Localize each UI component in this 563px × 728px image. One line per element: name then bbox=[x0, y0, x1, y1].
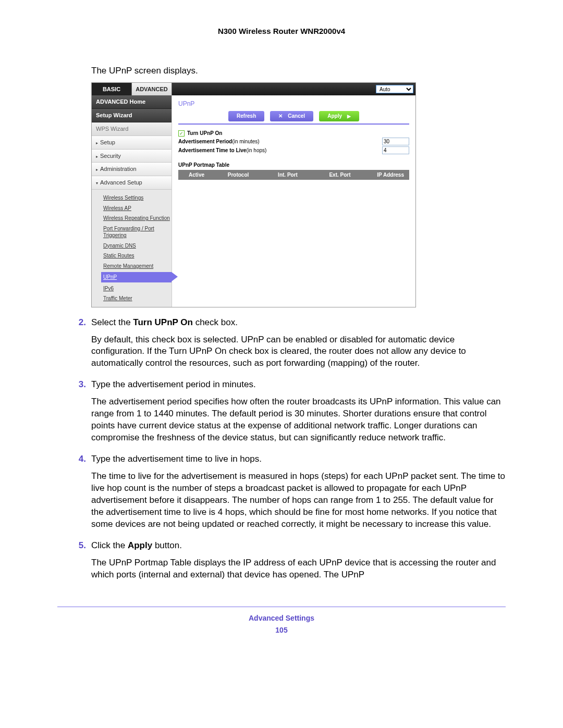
step-number: 2. bbox=[57, 317, 91, 375]
footer-page-number: 105 bbox=[57, 625, 506, 635]
adv-period-field[interactable] bbox=[382, 138, 409, 145]
chevron-right-icon: ▸ bbox=[96, 154, 98, 159]
step-2: 2. Select the Turn UPnP On check box. By… bbox=[57, 317, 506, 375]
submenu-traffic-meter[interactable]: Traffic Meter bbox=[103, 293, 172, 304]
adv-ttl-label: Advertisement Time to Live(in hops) bbox=[178, 147, 382, 154]
sidebar-wps-wizard[interactable]: WPS Wizard bbox=[92, 122, 172, 136]
sidebar-administration[interactable]: ▸Administration bbox=[92, 163, 172, 176]
footer-section-title: Advanced Settings bbox=[57, 613, 506, 623]
footer-rule bbox=[57, 607, 506, 607]
portmap-table-title: UPnP Portmap Table bbox=[178, 162, 409, 169]
submenu-remote-management[interactable]: Remote Management bbox=[103, 261, 172, 272]
step-3: 3. Type the advertisement period in minu… bbox=[57, 379, 506, 449]
turn-upnp-on-label: Turn UPnP On bbox=[187, 130, 409, 137]
sidebar: ADVANCED Home Setup Wizard WPS Wizard ▸S… bbox=[92, 95, 172, 306]
col-ip-address: IP Address bbox=[366, 170, 409, 180]
sidebar-security[interactable]: ▸Security bbox=[92, 150, 172, 163]
document-header: N300 Wireless Router WNR2000v4 bbox=[57, 26, 506, 36]
auto-select[interactable]: Auto bbox=[376, 85, 413, 93]
step-3-para: The advertisement period specifies how o… bbox=[91, 396, 506, 444]
adv-ttl-field[interactable] bbox=[382, 146, 409, 154]
step-5-para: The UPnP Portmap Table displays the IP a… bbox=[91, 557, 506, 581]
sidebar-submenu: Wireless Settings Wireless AP Wireless R… bbox=[92, 190, 172, 307]
tab-advanced[interactable]: ADVANCED bbox=[132, 83, 172, 95]
turn-upnp-on-checkbox[interactable]: ✓ bbox=[178, 130, 185, 137]
adv-period-label: Advertisement Period(in minutes) bbox=[178, 138, 382, 145]
step-4: 4. Type the advertisement time to live i… bbox=[57, 453, 506, 536]
step-number: 4. bbox=[57, 453, 91, 536]
submenu-wireless-settings[interactable]: Wireless Settings bbox=[103, 193, 172, 203]
col-active: Active bbox=[178, 170, 215, 180]
step-4-line: Type the advertisement time to live in h… bbox=[91, 453, 506, 465]
col-protocol: Protocol bbox=[215, 170, 262, 180]
lead-text: The UPnP screen displays. bbox=[91, 65, 506, 77]
sidebar-setup-wizard[interactable]: Setup Wizard bbox=[92, 109, 172, 122]
content-area: UPnP Refresh ✕Cancel Apply▶ ✓ Turn UPnP … bbox=[172, 95, 415, 306]
submenu-port-forwarding[interactable]: Port Forwarding / Port Triggering bbox=[103, 224, 172, 241]
col-ext-port: Ext. Port bbox=[314, 170, 366, 180]
sidebar-setup[interactable]: ▸Setup bbox=[92, 136, 172, 150]
chevron-down-icon: ▾ bbox=[96, 181, 98, 186]
step-number: 5. bbox=[57, 540, 91, 586]
step-5-line: Click the Apply button. bbox=[91, 540, 506, 552]
submenu-wireless-repeating[interactable]: Wireless Repeating Function bbox=[103, 213, 172, 224]
submenu-ipv6[interactable]: IPv6 bbox=[103, 283, 172, 294]
close-icon: ✕ bbox=[278, 113, 283, 119]
submenu-static-routes[interactable]: Static Routes bbox=[103, 251, 172, 261]
step-4-para: The time to live for the advertisement i… bbox=[91, 471, 506, 530]
chevron-right-icon: ▸ bbox=[96, 141, 98, 145]
step-number: 3. bbox=[57, 379, 91, 449]
divider bbox=[178, 124, 409, 125]
page-title: UPnP bbox=[178, 100, 409, 108]
col-int-port: Int. Port bbox=[262, 170, 314, 180]
step-2-line: Select the Turn UPnP On check box. bbox=[91, 317, 506, 329]
submenu-wireless-ap[interactable]: Wireless AP bbox=[103, 203, 172, 214]
submenu-dynamic-dns[interactable]: Dynamic DNS bbox=[103, 241, 172, 251]
cancel-button[interactable]: ✕Cancel bbox=[270, 111, 313, 121]
refresh-button[interactable]: Refresh bbox=[228, 111, 264, 121]
step-2-para: By default, this check box is selected. … bbox=[91, 334, 506, 370]
sidebar-advanced-home[interactable]: ADVANCED Home bbox=[92, 95, 172, 109]
step-5: 5. Click the Apply button. The UPnP Port… bbox=[57, 540, 506, 586]
apply-button[interactable]: Apply▶ bbox=[319, 111, 359, 121]
portmap-table-header: Active Protocol Int. Port Ext. Port IP A… bbox=[178, 170, 409, 180]
step-3-line: Type the advertisement period in minutes… bbox=[91, 379, 506, 391]
sidebar-advanced-setup[interactable]: ▾Advanced Setup bbox=[92, 176, 172, 190]
router-ui-panel: BASIC ADVANCED Auto ADVANCED Home Setup … bbox=[91, 82, 416, 307]
tab-basic[interactable]: BASIC bbox=[92, 83, 132, 95]
chevron-right-icon: ▸ bbox=[96, 167, 98, 172]
submenu-upnp[interactable]: UPnP bbox=[101, 272, 172, 282]
arrow-right-icon: ▶ bbox=[347, 114, 351, 119]
